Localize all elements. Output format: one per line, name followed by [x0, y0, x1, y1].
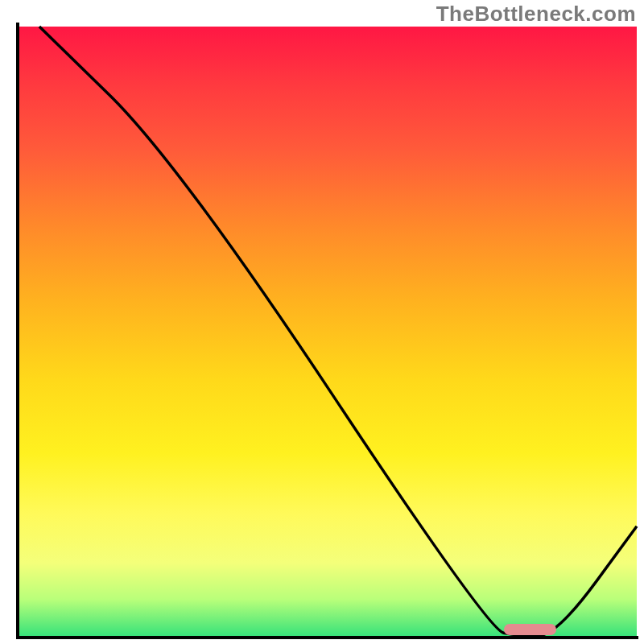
x-axis-line — [16, 636, 638, 639]
curve-svg — [18, 27, 637, 636]
watermark-text: TheBottleneck.com — [436, 2, 636, 27]
optimal-marker — [504, 624, 556, 635]
curve-path — [39, 27, 637, 636]
chart-frame: TheBottleneck.com — [0, 0, 644, 644]
